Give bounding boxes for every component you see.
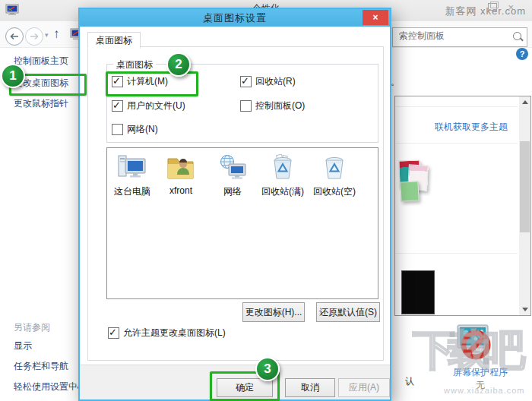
sidebar-item-ease-center[interactable]: 轻松使用设置中心 <box>14 380 87 393</box>
sidebar-item-home[interactable]: 控制面板主页 <box>14 55 68 68</box>
change-icon-button[interactable]: 更改图标(H)... <box>242 302 305 322</box>
icon-item-xfront[interactable]: xfront <box>157 154 204 196</box>
step-1-badge: 1 <box>1 64 25 88</box>
watermark-top: 新客网 xker.com <box>445 5 526 18</box>
sidebar-item-display[interactable]: 显示 <box>14 339 32 352</box>
checkbox-user-files-box[interactable] <box>112 100 123 112</box>
checkbox-network[interactable]: 网络(N) <box>112 123 158 136</box>
icon-item-this-pc[interactable]: 这台电脑 <box>109 154 156 198</box>
restore-default-button[interactable]: 还原默认值(S) <box>316 302 380 322</box>
screen: 个性化 × 新客网 xker.com ▾ ↑ ? 控制面板主页 更改桌面图标 更… <box>0 0 532 401</box>
checkbox-user-files[interactable]: 用户的文件(U) <box>112 99 185 112</box>
step-2-badge: 2 <box>166 52 191 77</box>
checkbox-network-box[interactable] <box>112 124 123 135</box>
group-label: 桌面图标 <box>113 58 156 71</box>
search-icon[interactable] <box>513 32 521 40</box>
checkbox-recycle-bin-box[interactable] <box>240 76 252 87</box>
recycle-bin-full-icon <box>268 154 298 180</box>
checkbox-allow-themes-box[interactable] <box>108 327 119 339</box>
apply-button[interactable]: 应用(A) <box>338 378 390 397</box>
cancel-button[interactable]: 取消 <box>285 378 335 397</box>
scrollbar-thumb[interactable] <box>520 141 530 232</box>
checkbox-allow-themes[interactable]: 允许主题更改桌面图标(L) <box>108 327 226 339</box>
sidebar-item-taskbar[interactable]: 任务栏和导航 <box>14 360 68 373</box>
desktop-icon-settings-dialog: 桌面图标设置 × 桌面图标 桌面图标 计算机(M) 回收站(R) 用户的文件(U… <box>78 8 391 401</box>
get-more-themes-link[interactable]: 联机获取更多主题 <box>435 121 508 134</box>
personalization-app-icon <box>5 4 19 16</box>
scroll-down-icon[interactable] <box>519 304 530 315</box>
back-button[interactable] <box>5 27 24 46</box>
background-text-fragment: 。 <box>391 76 400 89</box>
dialog-close-icon[interactable]: × <box>363 10 388 25</box>
recycle-bin-empty-icon <box>319 154 350 180</box>
search-input[interactable] <box>397 30 507 42</box>
user-folder-icon <box>166 154 196 180</box>
tab-desktop-icons[interactable]: 桌面图标 <box>87 32 141 49</box>
up-button[interactable]: ↑ <box>53 27 60 42</box>
forward-button[interactable] <box>25 27 43 46</box>
theme-thumbnail[interactable] <box>399 160 440 215</box>
sidebar-item-change-mouse-pointers[interactable]: 更改鼠标指针 <box>14 97 68 110</box>
theme-list-separator <box>396 106 518 107</box>
search-box <box>392 27 527 47</box>
nav-dropdown-icon[interactable]: ▾ <box>45 31 49 39</box>
checkbox-recycle-bin[interactable]: 回收站(R) <box>240 75 296 88</box>
network-icon <box>217 154 248 180</box>
this-pc-icon <box>117 154 147 180</box>
checkbox-control-panel-box[interactable] <box>240 100 252 112</box>
dialog-titlebar[interactable]: 桌面图标设置 × <box>80 9 390 27</box>
icon-preview-list: 这台电脑 xfront <box>106 147 378 299</box>
checkbox-control-panel[interactable]: 控制面板(O) <box>240 99 305 112</box>
icon-item-network[interactable]: 网络 <box>209 154 256 198</box>
watermark-bottom-big: 下载吧 <box>413 322 518 380</box>
step-3-badge: 3 <box>255 357 280 381</box>
theme-list-separator <box>396 143 518 144</box>
theme-list: 联机获取更多主题 <box>394 96 531 316</box>
theme-scrollbar[interactable] <box>519 96 530 315</box>
sidebar-see-also-heading: 另请参阅 <box>14 321 50 334</box>
dialog-title: 桌面图标设置 <box>80 11 390 25</box>
theme-list-separator <box>396 253 518 254</box>
icon-item-recycle-empty[interactable]: 回收站(空) <box>311 154 358 198</box>
icon-item-recycle-full[interactable]: 回收站(满) <box>259 154 306 198</box>
scroll-up-icon[interactable] <box>519 96 530 108</box>
background-color-thumbnail[interactable] <box>401 270 435 314</box>
watermark-bottom-url: www.xiazaiba.com <box>444 386 524 395</box>
help-icon[interactable]: ? <box>516 48 528 60</box>
